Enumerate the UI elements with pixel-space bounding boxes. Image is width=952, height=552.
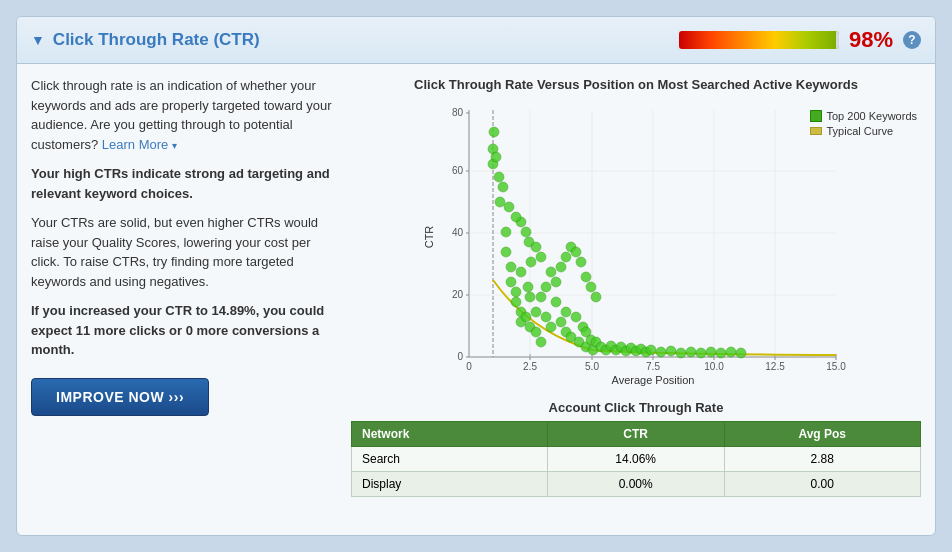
svg-point-88 [716, 348, 726, 358]
svg-point-89 [726, 347, 736, 357]
legend-yellow-icon [810, 127, 822, 135]
ctr-search: 14.06% [547, 447, 724, 472]
svg-point-91 [541, 282, 551, 292]
dropdown-icon: ▾ [172, 140, 177, 151]
svg-point-61 [561, 307, 571, 317]
col-avg-pos: Avg Pos [724, 422, 920, 447]
page-title: Click Through Rate (CTR) [53, 30, 260, 50]
svg-text:12.5: 12.5 [765, 361, 785, 372]
svg-point-90 [736, 348, 746, 358]
svg-point-38 [495, 197, 505, 207]
svg-point-81 [646, 345, 656, 355]
pos-display: 0.00 [724, 472, 920, 497]
svg-point-85 [686, 347, 696, 357]
svg-point-59 [556, 317, 566, 327]
improve-now-button[interactable]: IMPROVE NOW ››› [31, 378, 209, 416]
svg-point-82 [656, 347, 666, 357]
right-panel: Click Through Rate Versus Position on Mo… [351, 76, 921, 497]
scatter-chart: 0 20 40 60 80 [351, 102, 921, 392]
score-value: 98% [849, 27, 893, 53]
header-right: 98% ? [679, 27, 921, 53]
chart-area: Top 200 Keywords Typical Curve [351, 102, 921, 392]
svg-point-106 [521, 227, 531, 237]
pos-search: 2.88 [724, 447, 920, 472]
card-body: Click through rate is an indication of w… [17, 64, 935, 509]
svg-point-87 [706, 347, 716, 357]
table-section: Account Click Through Rate Network CTR A… [351, 400, 921, 497]
svg-point-52 [531, 307, 541, 317]
svg-point-50 [525, 292, 535, 302]
svg-point-109 [504, 202, 514, 212]
svg-point-39 [501, 227, 511, 237]
svg-text:2.5: 2.5 [523, 361, 537, 372]
svg-point-58 [551, 297, 561, 307]
svg-point-113 [489, 127, 499, 137]
svg-point-47 [516, 267, 526, 277]
learn-more-link[interactable]: Learn More ▾ [102, 137, 177, 152]
svg-point-108 [511, 212, 521, 222]
help-icon[interactable]: ? [903, 31, 921, 49]
chevron-down-icon: ▼ [31, 32, 45, 48]
svg-text:40: 40 [452, 227, 464, 238]
svg-point-48 [521, 312, 531, 322]
legend-green-icon [810, 110, 822, 122]
ctr-display: 0.00% [547, 472, 724, 497]
chart-title: Click Through Rate Versus Position on Mo… [351, 76, 921, 94]
svg-text:15.0: 15.0 [826, 361, 846, 372]
svg-point-110 [498, 182, 508, 192]
svg-point-40 [501, 247, 511, 257]
svg-text:5.0: 5.0 [585, 361, 599, 372]
svg-text:7.5: 7.5 [646, 361, 660, 372]
network-display: Display [352, 472, 548, 497]
network-search: Search [352, 447, 548, 472]
score-progress-bar [679, 31, 839, 49]
svg-point-93 [551, 277, 561, 287]
svg-point-94 [556, 262, 566, 272]
legend-item-curve: Typical Curve [810, 125, 918, 137]
left-panel: Click through rate is an indication of w… [31, 76, 341, 497]
col-network: Network [352, 422, 548, 447]
main-card: ▼ Click Through Rate (CTR) 98% ? Click t… [16, 16, 936, 536]
svg-point-55 [536, 337, 546, 347]
svg-point-83 [666, 346, 676, 356]
table-header-row: Network CTR Avg Pos [352, 422, 921, 447]
svg-point-98 [576, 257, 586, 267]
svg-point-54 [536, 292, 546, 302]
svg-point-103 [531, 242, 541, 252]
svg-text:Average Position: Average Position [612, 374, 695, 386]
col-ctr: CTR [547, 422, 724, 447]
insight1-text: Your high CTRs indicate strong ad target… [31, 164, 341, 203]
svg-point-57 [546, 322, 556, 332]
svg-point-63 [571, 312, 581, 322]
svg-point-86 [696, 348, 706, 358]
ctr-table: Network CTR Avg Pos Search 14.06% 2.88 D… [351, 421, 921, 497]
svg-point-42 [506, 277, 516, 287]
svg-text:0: 0 [457, 351, 463, 362]
svg-point-101 [591, 292, 601, 302]
table-row: Display 0.00% 0.00 [352, 472, 921, 497]
svg-point-56 [541, 312, 551, 322]
svg-point-84 [676, 348, 686, 358]
svg-point-49 [523, 282, 533, 292]
progress-fill [836, 31, 839, 49]
table-row: Search 14.06% 2.88 [352, 447, 921, 472]
svg-point-44 [511, 297, 521, 307]
svg-point-53 [531, 327, 541, 337]
svg-point-105 [526, 257, 536, 267]
insight2-text: Your CTRs are solid, but even higher CTR… [31, 213, 341, 291]
svg-point-99 [581, 272, 591, 282]
svg-text:60: 60 [452, 165, 464, 176]
svg-point-41 [506, 262, 516, 272]
svg-text:CTR: CTR [423, 226, 435, 249]
header-left: ▼ Click Through Rate (CTR) [31, 30, 260, 50]
svg-point-111 [494, 172, 504, 182]
svg-point-104 [536, 252, 546, 262]
table-title: Account Click Through Rate [351, 400, 921, 415]
description: Click through rate is an indication of w… [31, 76, 341, 154]
svg-point-97 [571, 247, 581, 257]
svg-point-92 [546, 267, 556, 277]
insight3-text: If you increased your CTR to 14.89%, you… [31, 301, 341, 360]
svg-text:0: 0 [466, 361, 472, 372]
svg-point-95 [561, 252, 571, 262]
svg-point-43 [511, 287, 521, 297]
